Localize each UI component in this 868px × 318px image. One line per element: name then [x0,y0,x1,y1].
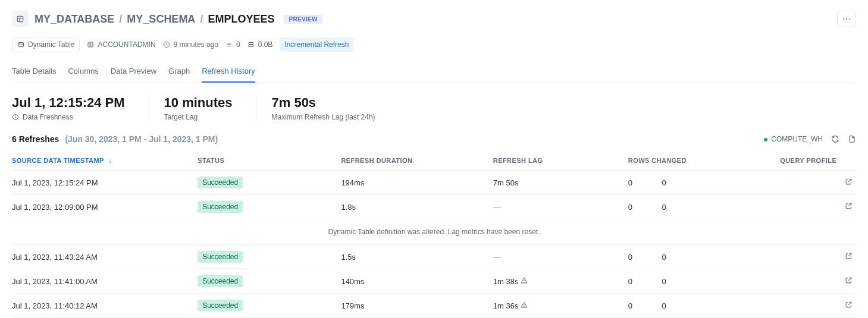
list-subheader: 6 Refreshes (Jun 30, 2023, 1 PM - Jul 1,… [12,134,856,144]
target-lag-label: Target Lag [164,113,233,121]
svg-point-9 [90,43,92,45]
refreshes-count: 6 Refreshes [12,134,59,144]
breadcrumb-db[interactable]: MY_DATABASE [35,13,114,26]
tab-data-preview[interactable]: Data Preview [111,63,156,83]
query-profile-link[interactable] [845,178,853,187]
external-link-icon [845,202,853,210]
status-badge: Succeeded [198,300,243,311]
role-chip: ACCOUNTADMIN [87,37,155,52]
cell-duration: 1.5s [341,245,493,269]
role-icon [87,41,94,48]
warehouse-indicator[interactable]: COMPUTE_WH [764,135,823,143]
external-link-icon [845,301,853,308]
query-profile-link[interactable] [845,301,853,310]
external-link-icon [845,178,853,185]
role-label: ACCOUNTADMIN [98,40,155,49]
column-header-duration[interactable]: REFRESH DURATION [341,152,493,171]
data-freshness-value: Jul 1, 12:15:24 PM [12,95,125,111]
table-row: Jul 1, 2023, 12:15:24 PMSucceeded194ms7m… [12,171,856,195]
svg-point-5 [849,18,850,20]
cell-rows-changed-b: 0 [662,245,781,269]
storage-icon [247,41,255,48]
header-left: MY_DATABASE / MY_SCHEMA / EMPLOYEES PREV… [12,11,322,27]
table-row: Jul 1, 2023, 11:40:12 AMSucceeded179ms1m… [12,294,856,318]
refresh-icon [831,135,839,143]
query-profile-link[interactable] [845,203,853,212]
column-header-status[interactable]: STATUS [198,152,341,171]
status-badge: Succeeded [198,177,243,188]
table-type-icon-tile [12,11,29,27]
cell-duration: 140ms [341,269,493,294]
lag-warning-icon [521,301,528,310]
table-row: Jul 1, 2023, 12:09:00 PMSucceeded1.8s—00 [12,195,856,219]
breadcrumb: MY_DATABASE / MY_SCHEMA / EMPLOYEES [35,13,274,26]
cell-rows-changed-b: 0 [662,171,781,195]
stats-row: Jul 1, 12:15:24 PM Data Freshness 10 min… [12,95,856,121]
cell-status: Succeeded [198,294,341,318]
updated-chip: 9 minutes ago [163,37,218,52]
cell-timestamp: Jul 1, 2023, 12:09:00 PM [12,195,198,219]
export-button[interactable] [848,135,856,143]
svg-point-18 [15,116,16,117]
target-lag-value: 10 minutes [164,95,233,111]
warning-icon [521,277,528,284]
table-row: Jul 1, 2023, 11:43:24 AMSucceeded1.5s—00 [12,245,856,269]
rows-icon [225,41,233,48]
info-icon [12,114,19,121]
column-header-query-profile[interactable]: QUERY PROFILE [780,152,856,171]
svg-line-20 [848,203,851,206]
cell-duration: 1.8s [341,195,493,219]
svg-line-21 [848,253,851,256]
more-menu-button[interactable] [837,11,856,27]
table-head: SOURCE DATA TIMESTAMP ↓ STATUS REFRESH D… [12,152,856,171]
max-lag-value: 7m 50s [271,95,375,111]
cell-timestamp: Jul 1, 2023, 11:41:00 AM [12,269,198,294]
list-subheader-left: 6 Refreshes (Jun 30, 2023, 1 PM - Jul 1,… [12,134,218,144]
bytes-chip: 0.0B [247,37,273,52]
column-header-timestamp[interactable]: SOURCE DATA TIMESTAMP ↓ [12,152,198,171]
cell-rows-changed-a: 0 [628,245,662,269]
cell-rows-changed-b: 0 [662,269,781,294]
cell-rows-changed-b: 0 [662,294,781,318]
cell-lag: 7m 50s [493,171,628,195]
rows-chip: 0 [225,37,240,52]
column-header-rows-changed[interactable]: ROWS CHANGED [628,152,780,171]
cell-duration: 179ms [341,294,493,318]
cell-query-profile [780,195,856,219]
query-profile-link[interactable] [845,253,853,262]
query-profile-link[interactable] [845,277,853,286]
svg-line-27 [848,302,851,305]
svg-point-26 [524,306,525,307]
meta-row: Dynamic Table ACCOUNTADMIN 9 minutes ago… [12,37,856,52]
status-badge: Succeeded [198,201,243,213]
tab-columns[interactable]: Columns [68,63,98,83]
svg-point-3 [843,18,844,20]
refresh-button[interactable] [831,135,839,143]
refreshes-range: (Jun 30, 2023, 1 PM - Jul 1, 2023, 1 PM) [65,134,218,144]
document-export-icon [848,135,856,143]
svg-point-23 [524,282,525,282]
external-link-icon [845,276,853,284]
tab-refresh-history[interactable]: Refresh History [202,63,255,83]
sort-descending-icon: ↓ [108,157,112,164]
warehouse-name: COMPUTE_WH [771,135,823,143]
type-chip: Dynamic Table [12,37,80,52]
svg-line-24 [848,278,851,281]
tab-graph[interactable]: Graph [168,63,190,83]
cell-timestamp: Jul 1, 2023, 11:43:24 AM [12,245,198,269]
table-notice-text: Dynamic Table definition was altered. La… [12,219,856,245]
breadcrumb-schema[interactable]: MY_SCHEMA [127,13,195,26]
cell-status: Succeeded [198,245,341,269]
column-header-lag[interactable]: REFRESH LAG [493,152,628,171]
status-badge: Succeeded [198,275,243,287]
table-icon [16,15,24,23]
cell-status: Succeeded [198,269,341,294]
list-subheader-right: COMPUTE_WH [764,135,856,143]
tab-table-details[interactable]: Table Details [12,63,56,83]
cell-lag: 1m 38s [493,269,628,294]
column-header-label: SOURCE DATA TIMESTAMP [12,157,104,164]
cell-lag: — [493,195,628,219]
dynamic-table-icon [17,41,24,48]
svg-rect-6 [18,43,24,47]
cell-status: Succeeded [198,195,341,219]
